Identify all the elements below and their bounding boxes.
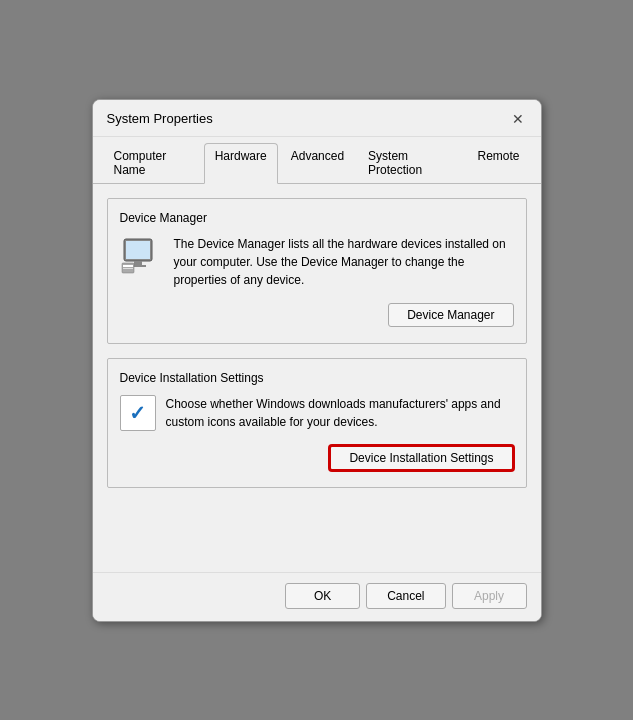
- svg-rect-1: [126, 241, 150, 259]
- svg-rect-5: [123, 265, 133, 267]
- device-installation-settings-button[interactable]: Device Installation Settings: [329, 445, 513, 471]
- device-installation-checkbox-area: ✓ Choose whether Windows downloads manuf…: [120, 395, 514, 431]
- device-manager-description: The Device Manager lists all the hardwar…: [174, 235, 514, 289]
- footer: OK Cancel Apply: [93, 572, 541, 621]
- tab-hardware[interactable]: Hardware: [204, 143, 278, 184]
- device-installation-description: Choose whether Windows downloads manufac…: [166, 395, 514, 431]
- tab-advanced[interactable]: Advanced: [280, 143, 355, 183]
- close-button[interactable]: ✕: [507, 108, 529, 130]
- device-installation-section-label: Device Installation Settings: [120, 371, 514, 385]
- main-content: Device Manager The: [93, 184, 541, 572]
- svg-rect-6: [123, 268, 133, 269]
- window-title: System Properties: [107, 111, 213, 126]
- content-spacer: [107, 502, 527, 562]
- device-manager-button[interactable]: Device Manager: [388, 303, 513, 327]
- device-installation-checkbox[interactable]: ✓: [120, 395, 156, 431]
- title-bar: System Properties ✕: [93, 100, 541, 137]
- checkmark-icon: ✓: [129, 401, 146, 425]
- device-installation-section: Device Installation Settings ✓ Choose wh…: [107, 358, 527, 488]
- device-manager-icon: [120, 235, 164, 279]
- device-manager-inner: The Device Manager lists all the hardwar…: [120, 235, 514, 289]
- tab-bar: Computer Name Hardware Advanced System P…: [93, 137, 541, 184]
- tab-computer-name[interactable]: Computer Name: [103, 143, 202, 183]
- apply-button[interactable]: Apply: [452, 583, 527, 609]
- cancel-button[interactable]: Cancel: [366, 583, 445, 609]
- tab-remote[interactable]: Remote: [466, 143, 530, 183]
- device-manager-section-label: Device Manager: [120, 211, 514, 225]
- svg-rect-2: [134, 261, 142, 265]
- ok-button[interactable]: OK: [285, 583, 360, 609]
- device-manager-section: Device Manager The: [107, 198, 527, 344]
- tab-system-protection[interactable]: System Protection: [357, 143, 464, 183]
- system-properties-dialog: System Properties ✕ Computer Name Hardwa…: [92, 99, 542, 622]
- device-manager-btn-row: Device Manager: [120, 303, 514, 327]
- device-installation-btn-row: Device Installation Settings: [120, 445, 514, 471]
